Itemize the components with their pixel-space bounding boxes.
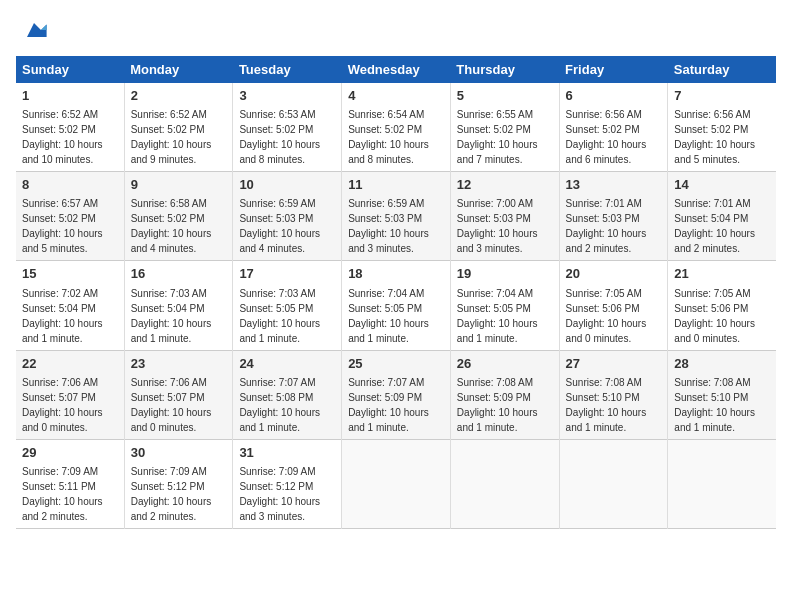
day-info: Sunrise: 6:59 AM Sunset: 5:03 PM Dayligh… — [348, 196, 444, 256]
day-info: Sunrise: 7:01 AM Sunset: 5:04 PM Dayligh… — [674, 196, 770, 256]
day-number: 16 — [131, 265, 227, 283]
day-number: 18 — [348, 265, 444, 283]
day-info: Sunrise: 7:03 AM Sunset: 5:05 PM Dayligh… — [239, 286, 335, 346]
day-number: 14 — [674, 176, 770, 194]
day-info: Sunrise: 7:09 AM Sunset: 5:12 PM Dayligh… — [131, 464, 227, 524]
day-number: 2 — [131, 87, 227, 105]
calendar-week-row: 15Sunrise: 7:02 AM Sunset: 5:04 PM Dayli… — [16, 261, 776, 350]
day-number: 4 — [348, 87, 444, 105]
calendar-cell: 31Sunrise: 7:09 AM Sunset: 5:12 PM Dayli… — [233, 439, 342, 528]
calendar-cell: 12Sunrise: 7:00 AM Sunset: 5:03 PM Dayli… — [450, 172, 559, 261]
day-info: Sunrise: 7:00 AM Sunset: 5:03 PM Dayligh… — [457, 196, 553, 256]
day-number: 26 — [457, 355, 553, 373]
day-number: 9 — [131, 176, 227, 194]
day-number: 25 — [348, 355, 444, 373]
calendar-cell: 15Sunrise: 7:02 AM Sunset: 5:04 PM Dayli… — [16, 261, 124, 350]
calendar-cell: 19Sunrise: 7:04 AM Sunset: 5:05 PM Dayli… — [450, 261, 559, 350]
day-info: Sunrise: 7:08 AM Sunset: 5:09 PM Dayligh… — [457, 375, 553, 435]
day-number: 28 — [674, 355, 770, 373]
calendar-week-row: 22Sunrise: 7:06 AM Sunset: 5:07 PM Dayli… — [16, 350, 776, 439]
calendar-week-row: 8Sunrise: 6:57 AM Sunset: 5:02 PM Daylig… — [16, 172, 776, 261]
day-number: 21 — [674, 265, 770, 283]
day-info: Sunrise: 7:06 AM Sunset: 5:07 PM Dayligh… — [22, 375, 118, 435]
column-header-wednesday: Wednesday — [342, 56, 451, 83]
calendar-cell: 5Sunrise: 6:55 AM Sunset: 5:02 PM Daylig… — [450, 83, 559, 172]
header-row: SundayMondayTuesdayWednesdayThursdayFrid… — [16, 56, 776, 83]
day-number: 29 — [22, 444, 118, 462]
calendar-cell: 8Sunrise: 6:57 AM Sunset: 5:02 PM Daylig… — [16, 172, 124, 261]
calendar-week-row: 29Sunrise: 7:09 AM Sunset: 5:11 PM Dayli… — [16, 439, 776, 528]
day-info: Sunrise: 7:03 AM Sunset: 5:04 PM Dayligh… — [131, 286, 227, 346]
day-info: Sunrise: 7:09 AM Sunset: 5:12 PM Dayligh… — [239, 464, 335, 524]
calendar-cell: 25Sunrise: 7:07 AM Sunset: 5:09 PM Dayli… — [342, 350, 451, 439]
calendar-cell: 20Sunrise: 7:05 AM Sunset: 5:06 PM Dayli… — [559, 261, 668, 350]
day-number: 23 — [131, 355, 227, 373]
calendar-cell: 11Sunrise: 6:59 AM Sunset: 5:03 PM Dayli… — [342, 172, 451, 261]
day-info: Sunrise: 7:07 AM Sunset: 5:08 PM Dayligh… — [239, 375, 335, 435]
day-info: Sunrise: 7:06 AM Sunset: 5:07 PM Dayligh… — [131, 375, 227, 435]
day-number: 13 — [566, 176, 662, 194]
calendar-cell: 26Sunrise: 7:08 AM Sunset: 5:09 PM Dayli… — [450, 350, 559, 439]
column-header-saturday: Saturday — [668, 56, 776, 83]
calendar-cell: 30Sunrise: 7:09 AM Sunset: 5:12 PM Dayli… — [124, 439, 233, 528]
day-info: Sunrise: 6:52 AM Sunset: 5:02 PM Dayligh… — [22, 107, 118, 167]
day-info: Sunrise: 6:56 AM Sunset: 5:02 PM Dayligh… — [674, 107, 770, 167]
calendar-cell: 24Sunrise: 7:07 AM Sunset: 5:08 PM Dayli… — [233, 350, 342, 439]
calendar-cell: 18Sunrise: 7:04 AM Sunset: 5:05 PM Dayli… — [342, 261, 451, 350]
day-info: Sunrise: 6:57 AM Sunset: 5:02 PM Dayligh… — [22, 196, 118, 256]
day-number: 19 — [457, 265, 553, 283]
calendar-cell — [668, 439, 776, 528]
day-info: Sunrise: 7:08 AM Sunset: 5:10 PM Dayligh… — [566, 375, 662, 435]
calendar-cell: 22Sunrise: 7:06 AM Sunset: 5:07 PM Dayli… — [16, 350, 124, 439]
calendar-cell — [450, 439, 559, 528]
calendar-table: SundayMondayTuesdayWednesdayThursdayFrid… — [16, 56, 776, 529]
day-info: Sunrise: 6:56 AM Sunset: 5:02 PM Dayligh… — [566, 107, 662, 167]
day-number: 24 — [239, 355, 335, 373]
day-info: Sunrise: 7:05 AM Sunset: 5:06 PM Dayligh… — [566, 286, 662, 346]
day-info: Sunrise: 7:04 AM Sunset: 5:05 PM Dayligh… — [457, 286, 553, 346]
calendar-cell: 4Sunrise: 6:54 AM Sunset: 5:02 PM Daylig… — [342, 83, 451, 172]
day-number: 17 — [239, 265, 335, 283]
calendar-cell: 27Sunrise: 7:08 AM Sunset: 5:10 PM Dayli… — [559, 350, 668, 439]
calendar-cell: 29Sunrise: 7:09 AM Sunset: 5:11 PM Dayli… — [16, 439, 124, 528]
day-number: 3 — [239, 87, 335, 105]
calendar-cell: 9Sunrise: 6:58 AM Sunset: 5:02 PM Daylig… — [124, 172, 233, 261]
calendar-cell: 2Sunrise: 6:52 AM Sunset: 5:02 PM Daylig… — [124, 83, 233, 172]
calendar-cell: 14Sunrise: 7:01 AM Sunset: 5:04 PM Dayli… — [668, 172, 776, 261]
day-number: 1 — [22, 87, 118, 105]
logo-icon — [20, 16, 48, 44]
day-number: 12 — [457, 176, 553, 194]
calendar-week-row: 1Sunrise: 6:52 AM Sunset: 5:02 PM Daylig… — [16, 83, 776, 172]
header — [16, 16, 776, 44]
column-header-thursday: Thursday — [450, 56, 559, 83]
calendar-cell: 13Sunrise: 7:01 AM Sunset: 5:03 PM Dayli… — [559, 172, 668, 261]
column-header-friday: Friday — [559, 56, 668, 83]
day-info: Sunrise: 7:02 AM Sunset: 5:04 PM Dayligh… — [22, 286, 118, 346]
day-number: 30 — [131, 444, 227, 462]
calendar-cell: 6Sunrise: 6:56 AM Sunset: 5:02 PM Daylig… — [559, 83, 668, 172]
calendar-cell: 10Sunrise: 6:59 AM Sunset: 5:03 PM Dayli… — [233, 172, 342, 261]
day-number: 8 — [22, 176, 118, 194]
calendar-cell: 17Sunrise: 7:03 AM Sunset: 5:05 PM Dayli… — [233, 261, 342, 350]
calendar-cell: 21Sunrise: 7:05 AM Sunset: 5:06 PM Dayli… — [668, 261, 776, 350]
day-number: 22 — [22, 355, 118, 373]
day-number: 20 — [566, 265, 662, 283]
day-info: Sunrise: 7:07 AM Sunset: 5:09 PM Dayligh… — [348, 375, 444, 435]
day-info: Sunrise: 6:55 AM Sunset: 5:02 PM Dayligh… — [457, 107, 553, 167]
day-number: 15 — [22, 265, 118, 283]
day-info: Sunrise: 6:58 AM Sunset: 5:02 PM Dayligh… — [131, 196, 227, 256]
day-number: 5 — [457, 87, 553, 105]
day-info: Sunrise: 7:01 AM Sunset: 5:03 PM Dayligh… — [566, 196, 662, 256]
day-number: 7 — [674, 87, 770, 105]
day-info: Sunrise: 6:53 AM Sunset: 5:02 PM Dayligh… — [239, 107, 335, 167]
day-number: 31 — [239, 444, 335, 462]
calendar-cell — [559, 439, 668, 528]
day-number: 27 — [566, 355, 662, 373]
column-header-monday: Monday — [124, 56, 233, 83]
day-info: Sunrise: 7:09 AM Sunset: 5:11 PM Dayligh… — [22, 464, 118, 524]
column-header-tuesday: Tuesday — [233, 56, 342, 83]
svg-marker-1 — [41, 24, 47, 30]
day-info: Sunrise: 7:08 AM Sunset: 5:10 PM Dayligh… — [674, 375, 770, 435]
calendar-cell: 1Sunrise: 6:52 AM Sunset: 5:02 PM Daylig… — [16, 83, 124, 172]
day-info: Sunrise: 6:59 AM Sunset: 5:03 PM Dayligh… — [239, 196, 335, 256]
